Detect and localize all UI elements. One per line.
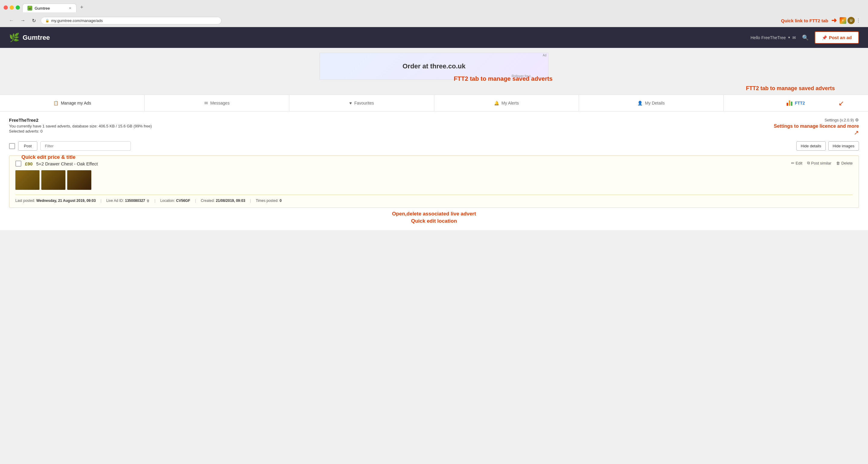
live-ad-delete-icon[interactable]: 🗑 — [147, 199, 150, 203]
logo-area[interactable]: 🌿 Gumtree — [9, 33, 50, 42]
location: Location: CV56GF — [160, 198, 190, 203]
tab-title: Gumtree — [35, 6, 50, 10]
mail-icon[interactable]: ✉ — [792, 35, 796, 40]
url-bar[interactable]: 🔒 my.gumtree.com/manage/ads — [41, 17, 221, 24]
ad-label: Ad — [543, 54, 547, 57]
edit-icon: ✏ — [791, 161, 795, 165]
ad-actions: ✏ Edit ⧉ Post similar 🗑 Delete — [791, 161, 852, 165]
tab-alerts[interactable]: 🔔 My Alerts — [434, 95, 579, 111]
hide-images-button[interactable]: Hide images — [828, 141, 859, 151]
header-right: Hello FreeTheTree ▼ ✉ 🔍 📌 Post an ad — [750, 31, 859, 44]
forward-button[interactable]: → — [19, 17, 27, 24]
navigation-tabs: 📋 Manage my Ads ✉ Messages ♥ Favourites … — [0, 95, 868, 112]
hello-user-text: Hello FreeTheTree ▼ ✉ — [750, 35, 796, 40]
ad-meta: Last posted: Wednesday, 21 August 2019, … — [16, 195, 852, 203]
open-delete-annotation: Open,delete associated live advert — [392, 211, 476, 217]
times-posted: Times posted: 0 — [256, 198, 282, 203]
hide-details-button[interactable]: Hide details — [796, 141, 826, 151]
logo-icon: 🌿 — [9, 33, 20, 42]
messages-icon: ✉ — [204, 101, 208, 105]
user-stats: You currently have 1 saved adverts, data… — [9, 124, 152, 128]
delete-icon: 🗑 — [836, 161, 840, 165]
settings-annotation: Settings to manage licence and more — [774, 124, 859, 129]
post-button[interactable]: Post — [18, 141, 37, 151]
maximize-button[interactable] — [16, 5, 20, 10]
ftt2-banner-annotation: FTT2 tab to manage saved adverts — [746, 85, 835, 92]
tab-details[interactable]: 👤 My Details — [579, 95, 724, 111]
ad-image-2[interactable] — [41, 170, 65, 190]
quick-edit-annotation: Quick edit price & title — [22, 154, 76, 160]
quick-link-arrow: ➜ — [831, 17, 837, 24]
ftt-extension-icon[interactable]: F — [840, 17, 846, 24]
ad-card-header: £90 5+2 Drawer Chest - Oak Effect ✏ Edit… — [16, 161, 852, 166]
user-info: FreeTheTree2 You currently have 1 saved … — [9, 118, 152, 133]
manage-ads-icon: 📋 — [53, 101, 59, 105]
close-button[interactable] — [4, 5, 8, 10]
created-date: Created: 21/08/2019, 09:03 — [201, 198, 245, 203]
details-icon: 👤 — [638, 101, 643, 105]
pin-icon: 📌 — [822, 35, 827, 40]
toolbar-left: Post — [9, 141, 131, 151]
page-body: FreeTheTree2 You currently have 1 saved … — [0, 112, 868, 230]
ad-title[interactable]: 5+2 Drawer Chest - Oak Effect — [36, 161, 98, 166]
user-avatar-icon[interactable]: U — [847, 17, 855, 24]
search-icon[interactable]: 🔍 — [802, 34, 809, 41]
ftt2-tab-icon — [786, 100, 792, 106]
site-header: 🌿 Gumtree Hello FreeTheTree ▼ ✉ 🔍 📌 Post… — [0, 27, 868, 48]
ad-title-row: £90 5+2 Drawer Chest - Oak Effect — [16, 161, 98, 166]
banner-ad[interactable]: Ad Order at three.co.uk Rollover for t..… — [319, 53, 549, 80]
tab-favicon: 🌳 — [27, 6, 32, 10]
tab-favourites[interactable]: ♥ Favourites — [289, 95, 434, 111]
dropdown-icon[interactable]: ▼ — [787, 36, 790, 39]
alerts-icon: 🔔 — [494, 101, 499, 105]
ad-checkbox[interactable] — [16, 161, 22, 166]
ad-image-1[interactable] — [16, 170, 39, 190]
quick-edit-location-annotation: Quick edit location — [411, 218, 457, 224]
toolbar-right: Hide details Hide images — [796, 141, 859, 151]
toolbar: Post Hide details Hide images — [9, 141, 859, 151]
quick-link-annotation: Quick link to FTT2 tab — [781, 18, 828, 23]
banner-text: Order at three.co.uk — [402, 62, 465, 70]
new-tab-button[interactable]: + — [77, 2, 87, 12]
filter-input[interactable] — [40, 141, 131, 151]
select-all-checkbox[interactable] — [9, 143, 15, 149]
gear-icon: ⚙ — [855, 118, 859, 122]
post-similar-button[interactable]: ⧉ Post similar — [807, 161, 831, 165]
tab-manage-ads[interactable]: 📋 Manage my Ads — [0, 95, 145, 111]
browser-titlebar: 🌳 Gumtree ✕ + ← → ↻ 🔒 my.gumtree.com/man… — [0, 0, 868, 27]
delete-button[interactable]: 🗑 Delete — [836, 161, 852, 165]
address-bar: ← → ↻ 🔒 my.gumtree.com/manage/ads Quick … — [4, 15, 864, 27]
live-ad-id: Live Ad ID: 1350080327 🗑 — [106, 198, 150, 203]
minimize-button[interactable] — [10, 5, 14, 10]
url-text: my.gumtree.com/manage/ads — [51, 19, 103, 23]
username: FreeTheTree2 — [9, 118, 152, 123]
tab-messages[interactable]: ✉ Messages — [145, 95, 289, 111]
browser-tab[interactable]: 🌳 Gumtree ✕ — [22, 4, 76, 12]
favourites-icon: ♥ — [349, 101, 352, 105]
refresh-button[interactable]: ↻ — [30, 17, 38, 24]
traffic-lights — [4, 5, 20, 10]
post-ad-button[interactable]: 📌 Post an ad — [815, 31, 859, 44]
selected-ads: Selected adverts: 0 — [9, 129, 152, 133]
copy-icon: ⧉ — [807, 161, 810, 165]
lock-icon: 🔒 — [45, 19, 50, 23]
ad-image-3[interactable] — [67, 170, 91, 190]
edit-button[interactable]: ✏ Edit — [791, 161, 802, 165]
browser-window: 🌳 Gumtree ✕ + ← → ↻ 🔒 my.gumtree.com/man… — [0, 0, 868, 230]
browser-menu-icon[interactable]: ⋮ — [856, 18, 861, 24]
settings-link[interactable]: Settings (v.2.0.9) ⚙ — [825, 118, 859, 122]
logo-text: Gumtree — [23, 34, 50, 41]
back-button[interactable]: ← — [7, 17, 16, 24]
last-posted: Last posted: Wednesday, 21 August 2019, … — [16, 198, 96, 203]
banner-area: Ad Order at three.co.uk Rollover for t..… — [0, 48, 868, 85]
tab-ftt2[interactable]: FTT2 — [724, 95, 868, 111]
ad-card: £90 5+2 Drawer Chest - Oak Effect ✏ Edit… — [9, 155, 859, 208]
ad-price[interactable]: £90 — [25, 161, 33, 166]
tab-close-button[interactable]: ✕ — [69, 6, 71, 10]
banner-subtext: Rollover for t... — [512, 74, 533, 78]
